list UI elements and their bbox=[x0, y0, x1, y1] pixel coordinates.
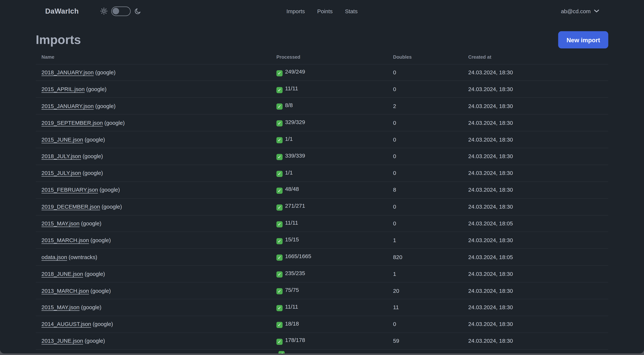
processed-count: 271/271 bbox=[285, 203, 305, 209]
table-row: 2015_MARCH.json (google) ✓15/15 1 24.03.… bbox=[36, 232, 608, 249]
import-file-link[interactable]: 2015_MARCH.json bbox=[42, 237, 89, 243]
imports-page: Imports New import Name Processed Double… bbox=[0, 31, 644, 350]
processed-count: 75/75 bbox=[285, 287, 299, 293]
success-check-icon-partial: ✓ bbox=[278, 351, 284, 354]
import-source: (google) bbox=[83, 136, 105, 143]
processed-cell: ✓11/11 bbox=[271, 81, 388, 98]
created-at-cell: 24.03.2024, 18:30 bbox=[462, 98, 608, 114]
table-row: 2015_MAY.json (google) ✓11/11 0 24.03.20… bbox=[36, 215, 608, 232]
import-source: (google) bbox=[89, 237, 111, 243]
processed-cell: ✓75/75 bbox=[271, 282, 388, 299]
success-check-icon: ✓ bbox=[276, 339, 282, 345]
processed-cell: ✓249/249 bbox=[271, 64, 388, 81]
created-at-cell: 24.03.2024, 18:30 bbox=[462, 198, 608, 215]
created-at-cell: 24.03.2024, 18:30 bbox=[462, 232, 608, 249]
import-file-link[interactable]: 2015_MAY.json bbox=[42, 220, 80, 227]
doubles-cell: 11 bbox=[387, 299, 462, 316]
theme-toggle-group bbox=[100, 6, 141, 16]
import-source: (google) bbox=[84, 86, 106, 92]
column-header-processed: Processed bbox=[271, 50, 388, 64]
doubles-count: 11 bbox=[393, 304, 399, 311]
doubles-cell: 820 bbox=[387, 249, 462, 265]
doubles-cell: 0 bbox=[387, 131, 462, 148]
name-cell: 2015_JANUARY.json (google) bbox=[36, 98, 271, 114]
import-file-link[interactable]: 2014_AUGUST.json bbox=[42, 321, 91, 327]
processed-cell: ✓8/8 bbox=[271, 98, 388, 114]
account-menu[interactable]: ab@cd.com bbox=[561, 0, 599, 22]
doubles-count: 0 bbox=[393, 120, 396, 126]
name-cell: odata.json (owntracks) bbox=[36, 249, 271, 265]
success-check-icon: ✓ bbox=[276, 204, 282, 210]
table-row: 2015_MAY.json (google) ✓11/11 11 24.03.2… bbox=[36, 299, 608, 316]
created-at-cell: 24.03.2024, 18:30 bbox=[462, 282, 608, 299]
import-file-link[interactable]: 2019_SEPTEMBER.json bbox=[42, 120, 103, 126]
account-email: ab@cd.com bbox=[561, 8, 590, 14]
import-file-link[interactable]: 2015_JANUARY.json bbox=[42, 103, 94, 109]
created-at: 24.03.2024, 18:30 bbox=[468, 153, 513, 159]
created-at-cell: 24.03.2024, 18:30 bbox=[462, 182, 608, 198]
created-at: 24.03.2024, 18:05 bbox=[468, 220, 513, 227]
name-cell: 2019_DECEMBER.json (google) bbox=[36, 198, 271, 215]
created-at-cell: 24.03.2024, 18:30 bbox=[462, 148, 608, 165]
doubles-cell: 59 bbox=[387, 333, 462, 350]
name-cell: 2015_MARCH.json (google) bbox=[36, 232, 271, 249]
import-file-link[interactable]: 2015_MAY.json bbox=[42, 304, 80, 311]
theme-toggle-knob bbox=[112, 8, 119, 14]
import-file-link[interactable]: 2013_JUNE.json bbox=[42, 338, 83, 344]
name-cell: 2019_SEPTEMBER.json (google) bbox=[36, 114, 271, 131]
doubles-count: 0 bbox=[393, 170, 396, 176]
nav-imports[interactable]: Imports bbox=[286, 8, 305, 14]
sun-icon bbox=[100, 7, 108, 15]
column-header-doubles: Doubles bbox=[387, 50, 462, 64]
chevron-down-icon bbox=[594, 9, 599, 13]
import-file-link[interactable]: 2018_JULY.json bbox=[42, 153, 81, 159]
page-title: Imports bbox=[36, 33, 81, 47]
created-at: 24.03.2024, 18:30 bbox=[468, 120, 513, 126]
created-at: 24.03.2024, 18:30 bbox=[468, 86, 513, 92]
name-cell: 2015_FEBRUARY.json (google) bbox=[36, 182, 271, 198]
import-source: (google) bbox=[83, 271, 105, 277]
created-at: 24.03.2024, 18:30 bbox=[468, 271, 513, 277]
nav-points[interactable]: Points bbox=[317, 8, 332, 14]
doubles-cell: 2 bbox=[387, 98, 462, 114]
table-row: 2013_JUNE.json (google) ✓178/178 59 24.0… bbox=[36, 333, 608, 350]
table-row: 2018_JANUARY.json (google) ✓249/249 0 24… bbox=[36, 64, 608, 81]
top-nav-bar: DaWarIch bbox=[0, 0, 644, 22]
processed-count: 15/15 bbox=[285, 237, 299, 243]
import-file-link[interactable]: 2019_DECEMBER.json bbox=[42, 204, 100, 210]
new-import-button[interactable]: New import bbox=[558, 31, 608, 49]
processed-count: 18/18 bbox=[285, 320, 299, 327]
processed-count: 339/339 bbox=[285, 153, 305, 159]
doubles-count: 1 bbox=[393, 237, 396, 243]
created-at-cell: 24.03.2024, 18:30 bbox=[462, 299, 608, 316]
success-check-icon: ✓ bbox=[276, 154, 282, 160]
name-cell: 2015_JUNE.json (google) bbox=[36, 131, 271, 148]
theme-toggle[interactable] bbox=[111, 6, 131, 16]
table-header-row: Name Processed Doubles Created at bbox=[36, 50, 608, 64]
nav-stats[interactable]: Stats bbox=[345, 8, 358, 14]
success-check-icon: ✓ bbox=[276, 288, 282, 295]
import-file-link[interactable]: 2015_JULY.json bbox=[42, 170, 81, 176]
imports-table-body: 2018_JANUARY.json (google) ✓249/249 0 24… bbox=[36, 64, 608, 350]
table-row: 2018_JUNE.json (google) ✓235/235 1 24.03… bbox=[36, 265, 608, 282]
doubles-count: 0 bbox=[393, 69, 396, 75]
import-source: (google) bbox=[100, 204, 122, 210]
doubles-cell: 1 bbox=[387, 265, 462, 282]
import-file-link[interactable]: 2015_JUNE.json bbox=[42, 136, 83, 143]
success-check-icon: ✓ bbox=[276, 305, 282, 311]
doubles-cell: 0 bbox=[387, 215, 462, 232]
created-at: 24.03.2024, 18:05 bbox=[468, 254, 513, 260]
import-file-link[interactable]: odata.json bbox=[42, 254, 67, 260]
app-logo[interactable]: DaWarIch bbox=[45, 7, 79, 15]
doubles-count: 0 bbox=[393, 153, 396, 159]
doubles-cell: 0 bbox=[387, 81, 462, 98]
created-at-cell: 24.03.2024, 18:30 bbox=[462, 131, 608, 148]
success-check-icon: ✓ bbox=[276, 70, 282, 76]
name-cell: 2013_JUNE.json (google) bbox=[36, 333, 271, 350]
import-file-link[interactable]: 2018_JANUARY.json bbox=[42, 69, 94, 75]
import-file-link[interactable]: 2013_MARCH.json bbox=[42, 288, 89, 294]
import-file-link[interactable]: 2015_FEBRUARY.json bbox=[42, 187, 98, 193]
table-row: 2013_MARCH.json (google) ✓75/75 20 24.03… bbox=[36, 282, 608, 299]
import-file-link[interactable]: 2015_APRIL.json bbox=[42, 86, 85, 92]
import-file-link[interactable]: 2018_JUNE.json bbox=[42, 271, 83, 277]
